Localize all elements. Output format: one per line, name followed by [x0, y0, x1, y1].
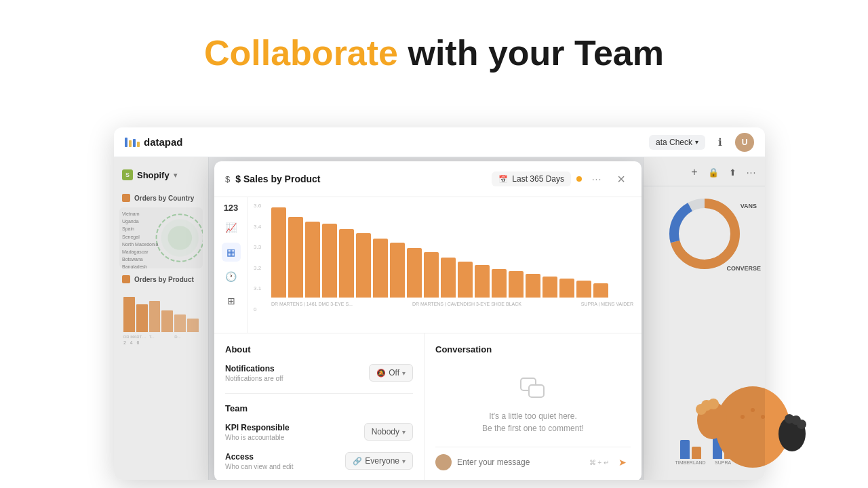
topbar: datapad ata Check ▾ ℹ U [114, 127, 765, 157]
access-icon: 🔗 [353, 457, 362, 466]
bell-off-icon: 🔕 [376, 369, 386, 378]
logo-text: datapad [144, 136, 183, 148]
access-label: Access [225, 452, 294, 462]
app-body: S Shopify ▾ Orders by Country [114, 157, 765, 480]
svg-point-16 [785, 414, 794, 424]
access-sub: Who can view and edit [225, 463, 294, 470]
chevron-down-icon-3: ▾ [402, 458, 406, 465]
bar-11 [441, 258, 456, 298]
bar-17 [542, 277, 557, 298]
bar-1 [271, 207, 286, 298]
access-row: Access Who can view and edit 🔗 Everyone … [225, 452, 413, 470]
app-container: datapad ata Check ▾ ℹ U S Shopify ▾ Orde… [114, 127, 765, 480]
bar-16 [526, 274, 540, 298]
y-label-4: 3.2 [254, 265, 267, 271]
kpi-btn-label: Nobody [372, 427, 399, 436]
access-btn-label: Everyone [365, 456, 399, 466]
data-check-button[interactable]: ata Check ▾ [649, 135, 705, 150]
bar-6 [356, 233, 371, 298]
chat-bubbles-icon [519, 377, 547, 405]
avatar[interactable]: U [735, 133, 754, 152]
chart-area: 123 📈 ▦ 🕐 ⊞ 3.6 3.4 3.3 3.2 3.1 0 [214, 197, 642, 333]
modal-body: About Notifications Notifications are of… [214, 333, 642, 480]
bar-18 [559, 279, 574, 298]
bar-8 [390, 243, 405, 298]
svg-rect-7 [529, 385, 544, 397]
bar-13 [475, 265, 490, 298]
bar-4 [322, 224, 337, 298]
modal-more-button[interactable]: ··· [587, 169, 606, 188]
logo-icon [125, 138, 140, 147]
hero-title: Collaborate with your Team [204, 33, 664, 73]
x-label-dr-martens-2: DR MARTENS | CAVENDISH 3-EYE SHOE BLACK [412, 302, 521, 306]
hero-title-dark: with your Team [398, 33, 664, 73]
calendar-icon: 📅 [498, 175, 508, 184]
chart-tools: 123 📈 ▦ 🕐 ⊞ [214, 197, 248, 333]
bar-12 [458, 262, 473, 298]
nobody-button[interactable]: Nobody ▾ [364, 423, 413, 441]
notifications-off-button[interactable]: 🔕 Off ▾ [369, 364, 413, 382]
bar-15 [509, 271, 524, 298]
everyone-button[interactable]: 🔗 Everyone ▾ [345, 452, 413, 470]
y-label-3: 3.3 [254, 244, 267, 250]
bar-chart-tool[interactable]: ▦ [222, 243, 241, 262]
team-divider [225, 393, 413, 394]
line-chart-tool[interactable]: 📈 [222, 218, 241, 237]
avatar-initials: U [742, 138, 748, 147]
modal-dot [576, 176, 582, 182]
about-panel: About Notifications Notifications are of… [214, 333, 425, 480]
kpi-responsible-row: KPI Responsible Who is accountable Nobod… [225, 423, 413, 441]
modal-header: $ $ Sales by Product 📅 Last 365 Days ···… [214, 161, 642, 197]
conv-empty-text: It's a little too quiet here. Be the fir… [482, 410, 584, 434]
hero-title-orange: Collaborate [204, 33, 398, 73]
x-label-dr-martens: DR MARTENS | 1461 DMC 3-EYE S... [271, 302, 353, 306]
conversation-title: Conversation [435, 344, 631, 354]
y-label-1: 3.6 [254, 203, 267, 209]
bar-7 [373, 239, 388, 298]
bar-5 [339, 229, 354, 298]
data-check-label: ata Check [656, 138, 692, 147]
y-label-6: 0 [254, 306, 267, 312]
send-button[interactable]: ➤ [614, 454, 631, 470]
keyboard-shortcut: ⌘ + ↵ [589, 459, 609, 466]
chevron-down-icon-2: ▾ [402, 428, 406, 436]
conversation-empty: It's a little too quiet here. Be the fir… [435, 364, 631, 447]
kpi-responsible-sub: Who is accountable [225, 434, 290, 441]
about-title: About [225, 344, 413, 354]
table-tool[interactable]: ⊞ [222, 291, 241, 310]
notifications-row: Notifications Notifications are off 🔕 Of… [225, 364, 413, 382]
dollar-icon: $ [225, 174, 230, 184]
x-axis-labels: DR MARTENS | 1461 DMC 3-EYE S... DR MART… [254, 302, 636, 306]
y-label-2: 3.4 [254, 224, 267, 230]
info-icon-button[interactable]: ℹ [711, 133, 730, 152]
y-label-5: 3.1 [254, 285, 267, 291]
modal-dialog: $ $ Sales by Product 📅 Last 365 Days ···… [214, 161, 642, 480]
date-range-button[interactable]: 📅 Last 365 Days [492, 171, 571, 186]
topbar-logo: datapad [125, 136, 183, 148]
bar-14 [492, 269, 507, 298]
kpi-responsible-label: KPI Responsible [225, 423, 290, 432]
notifications-label: Notifications [225, 364, 283, 373]
message-input[interactable] [457, 458, 584, 467]
bar-3 [305, 222, 320, 298]
user-avatar [435, 454, 452, 470]
bar-20 [593, 283, 608, 298]
chevron-down-icon: ▾ [402, 369, 406, 377]
conversation-panel: Conversation It's a little too quiet her… [425, 333, 642, 480]
chart-stat-value: 123 [224, 203, 239, 213]
bar-chart: 3.6 3.4 3.3 3.2 3.1 0 [248, 197, 642, 333]
bar-9 [407, 248, 422, 298]
team-title: Team [225, 403, 413, 413]
notifications-btn-label: Off [389, 368, 399, 378]
modal-close-button[interactable]: × [612, 169, 631, 188]
modal-title: $ Sales by Product [235, 174, 486, 184]
chevron-down-icon: ▾ [695, 138, 698, 146]
bar-19 [576, 281, 591, 298]
clock-tool[interactable]: 🕐 [222, 267, 241, 286]
date-range-label: Last 365 Days [512, 174, 564, 184]
conversation-input-area: ⌘ + ↵ ➤ [435, 447, 631, 470]
x-label-supra: SUPRA | MENS VAIDER [581, 302, 633, 306]
bar-2 [288, 217, 303, 298]
notifications-sub: Notifications are off [225, 375, 283, 382]
bar-10 [424, 252, 439, 298]
